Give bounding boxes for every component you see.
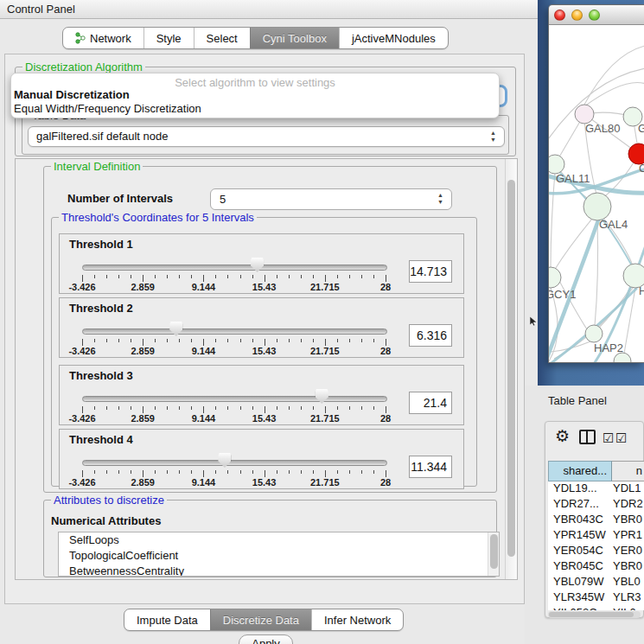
network-node-label: HAP2 — [594, 341, 623, 354]
slider-tick — [191, 470, 192, 474]
threshold-label: Threshold 4 — [69, 433, 133, 446]
slider-tick — [313, 406, 314, 410]
network-node-label: GAL4 — [599, 218, 628, 231]
slider-tick — [143, 275, 143, 282]
network-window-titlebar[interactable] — [549, 5, 644, 25]
settings-vertical-scrollbar[interactable] — [505, 159, 517, 579]
checkbox-icon-2[interactable]: ☑ — [615, 430, 627, 446]
apply-button[interactable]: Apply — [239, 634, 293, 644]
table-data-group: Table Data galFiltered.sif default node … — [22, 115, 509, 155]
column-header-shared-name[interactable]: shared... — [548, 461, 612, 481]
tab-discretize-data[interactable]: Discretize Data — [210, 609, 311, 630]
tab-style[interactable]: Style — [143, 28, 194, 48]
mac-zoom-icon[interactable] — [589, 10, 600, 21]
network-node-label: C — [639, 162, 644, 175]
slider-track[interactable] — [82, 460, 387, 466]
threshold-panel-1: Threshold 1-3.4262.8599.14415.4321.71528… — [59, 233, 464, 294]
num-intervals-spinner[interactable]: 5 ▲▼ — [210, 188, 452, 210]
slider-tick — [252, 470, 253, 474]
slider-tick — [203, 339, 204, 346]
slider-tick — [265, 406, 265, 413]
slider-tick-label: 15.43 — [243, 477, 286, 488]
table-row[interactable]: YDR27...YDR2 — [548, 497, 644, 513]
attribute-list-item[interactable]: BetweennessCentrality — [59, 564, 499, 577]
table-row[interactable]: YDL19...YDL1 — [548, 481, 644, 497]
slider-tick — [94, 339, 95, 342]
table-row[interactable]: YBL079WYBL0 — [548, 575, 644, 590]
cell-shared-name: YPR145W — [548, 528, 612, 544]
slider-tick-label: 9.144 — [182, 413, 225, 424]
tab-jactivemnodules[interactable]: jActiveMNodules — [339, 28, 448, 48]
network-node[interactable] — [583, 193, 611, 220]
table-row[interactable]: YBR045CYBR0 — [548, 559, 644, 575]
network-node[interactable] — [585, 325, 603, 342]
table-row[interactable]: YER054CYER0 — [548, 544, 644, 559]
tab-network[interactable]: Network — [63, 28, 143, 48]
table-row[interactable]: YLR345WYLR3 — [548, 590, 644, 606]
cell-name: YBL0 — [612, 575, 644, 590]
mouse-cursor — [530, 316, 538, 327]
network-node[interactable] — [549, 267, 561, 288]
slider-track[interactable] — [82, 328, 387, 335]
checkbox-icon-1[interactable]: ☑ — [603, 430, 614, 446]
slider-tick — [373, 470, 374, 474]
threshold-value-field[interactable]: 11.344 — [409, 456, 452, 478]
attribute-list-item[interactable]: SelfLoops — [59, 532, 499, 548]
threshold-panel-3: Threshold 3-3.4262.8599.14415.4321.71528… — [59, 365, 464, 425]
slider-tick — [361, 406, 362, 410]
columns-icon[interactable] — [579, 430, 596, 444]
tab-select[interactable]: Select — [194, 28, 250, 48]
slider-tick — [203, 470, 204, 477]
slider-tick — [94, 406, 95, 410]
network-node[interactable] — [575, 105, 594, 124]
slider-tick — [337, 406, 338, 410]
combo-stepper-icon[interactable]: ▲▼ — [489, 130, 497, 143]
thresholds-group: Threshold's Coordinates for 5 Intervals … — [51, 217, 477, 487]
algorithm-item-equal-width[interactable]: Equal Width/Frequency Discretization — [11, 102, 499, 116]
attribute-list-item[interactable]: TopologicalCoefficient — [59, 548, 499, 564]
network-node-label: G. — [638, 122, 644, 135]
threshold-value-field[interactable]: 14.713 — [409, 260, 452, 283]
numerical-attributes-list[interactable]: SelfLoopsTopologicalCoefficientBetweenne… — [58, 532, 500, 577]
node-table-rows: YDL19...YDL1YDR27...YDR2YBR043CYBR0YPR14… — [548, 481, 644, 610]
cell-shared-name: YBR043C — [548, 513, 612, 528]
table-horizontal-scrollbar[interactable] — [548, 611, 641, 618]
slider-tick — [373, 339, 374, 342]
network-node[interactable] — [549, 155, 564, 174]
threshold-value-field[interactable]: 6.316 — [409, 324, 452, 347]
slider-tick — [313, 339, 314, 342]
mac-minimize-icon[interactable] — [571, 10, 583, 21]
slider-tick — [143, 406, 143, 413]
table-row[interactable]: YBR043CYBR0 — [548, 513, 644, 528]
slider-track[interactable] — [82, 396, 387, 402]
slider-tick-label: 2.859 — [121, 413, 164, 424]
tab-label: Infer Network — [324, 614, 391, 627]
network-graph: GAL80GAL11GAL4GCY1HAP2G.CH — [549, 25, 644, 363]
slider-tick — [240, 339, 241, 342]
slider-tick — [131, 406, 131, 410]
slider-track[interactable] — [82, 265, 387, 271]
tab-cyni-toolbox[interactable]: Cyni Toolbox — [250, 28, 339, 48]
algorithm-placeholder-item[interactable]: Select algorithm to view settings — [11, 73, 499, 88]
attributes-list-scrollbar[interactable] — [488, 532, 499, 576]
slider-tick — [82, 470, 83, 477]
cell-name: YIL0 — [612, 606, 644, 610]
gear-icon[interactable]: ⚙ — [555, 426, 570, 446]
spinner-stepper-icon[interactable]: ▲▼ — [437, 192, 444, 206]
algorithm-item-manual[interactable]: Manual Discretization — [11, 88, 499, 102]
table-row[interactable]: YIL052CYIL0 — [548, 606, 644, 610]
cell-name: YLR3 — [612, 590, 644, 606]
tab-infer-network[interactable]: Infer Network — [311, 609, 403, 630]
slider-tick — [167, 406, 168, 410]
table-data-value: galFiltered.sif default node — [36, 130, 168, 143]
mac-close-icon[interactable] — [554, 10, 565, 21]
tab-label: Impute Data — [137, 614, 198, 627]
slider-tick — [289, 406, 290, 410]
table-row[interactable]: YPR145WYPR1 — [548, 528, 644, 544]
table-data-combobox[interactable]: galFiltered.sif default node ▲▼ — [28, 126, 505, 147]
slider-tick — [215, 406, 216, 410]
network-canvas[interactable]: GAL80GAL11GAL4GCY1HAP2G.CH — [549, 25, 644, 363]
threshold-value-field[interactable]: 21.4 — [409, 392, 452, 414]
tab-impute-data[interactable]: Impute Data — [124, 609, 210, 630]
column-header-name[interactable]: n — [612, 461, 644, 481]
